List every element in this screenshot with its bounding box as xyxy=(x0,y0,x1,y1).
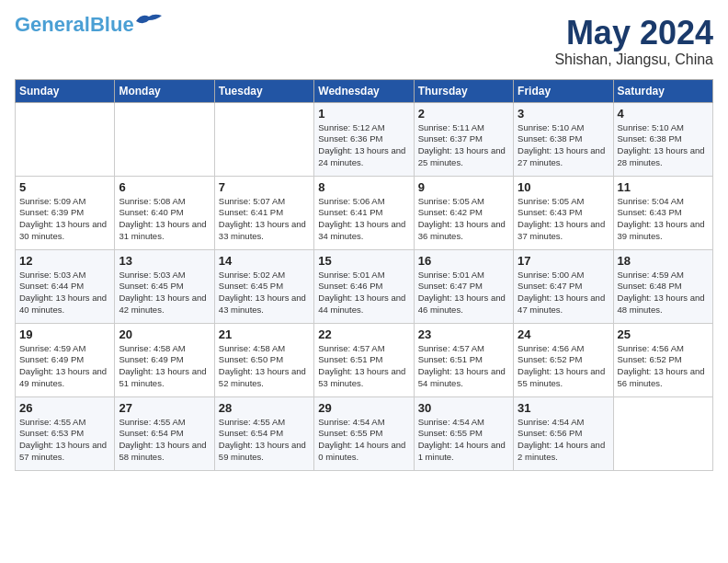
calendar-table: SundayMondayTuesdayWednesdayThursdayFrid… xyxy=(15,79,713,471)
weekday-header-saturday: Saturday xyxy=(613,79,712,102)
cell-info: Sunrise: 4:54 AMSunset: 6:55 PMDaylight:… xyxy=(418,417,509,464)
calendar-cell: 19Sunrise: 4:59 AMSunset: 6:49 PMDayligh… xyxy=(16,323,115,396)
day-number: 24 xyxy=(518,327,609,341)
day-number: 22 xyxy=(318,327,409,341)
cell-info: Sunrise: 5:01 AMSunset: 6:46 PMDaylight:… xyxy=(318,270,409,316)
logo-text: GeneralBlue xyxy=(15,15,134,35)
calendar-cell: 2Sunrise: 5:11 AMSunset: 6:37 PMDaylight… xyxy=(414,102,513,176)
calendar-cell: 31Sunrise: 4:54 AMSunset: 6:56 PMDayligh… xyxy=(514,396,613,470)
cell-info: Sunrise: 4:58 AMSunset: 6:50 PMDaylight:… xyxy=(219,343,310,390)
day-number: 28 xyxy=(219,401,310,415)
cell-info: Sunrise: 4:54 AMSunset: 6:55 PMDaylight:… xyxy=(318,417,409,464)
day-number: 7 xyxy=(219,180,310,194)
day-number: 8 xyxy=(318,180,409,194)
day-number: 15 xyxy=(318,254,409,268)
calendar-cell: 24Sunrise: 4:56 AMSunset: 6:52 PMDayligh… xyxy=(514,323,613,396)
cell-info: Sunrise: 4:55 AMSunset: 6:54 PMDaylight:… xyxy=(219,417,310,464)
calendar-cell xyxy=(115,102,214,176)
calendar-cell: 25Sunrise: 4:56 AMSunset: 6:52 PMDayligh… xyxy=(613,323,712,396)
day-number: 18 xyxy=(618,254,709,268)
cell-info: Sunrise: 5:07 AMSunset: 6:41 PMDaylight:… xyxy=(219,196,310,243)
day-number: 3 xyxy=(518,107,609,121)
day-number: 9 xyxy=(418,180,509,194)
calendar-cell: 11Sunrise: 5:04 AMSunset: 6:43 PMDayligh… xyxy=(613,176,712,249)
cell-info: Sunrise: 5:08 AMSunset: 6:40 PMDaylight:… xyxy=(119,196,210,243)
logo-bird-icon xyxy=(136,13,162,29)
cell-info: Sunrise: 5:04 AMSunset: 6:43 PMDaylight:… xyxy=(618,196,709,243)
cell-info: Sunrise: 4:54 AMSunset: 6:56 PMDaylight:… xyxy=(518,417,609,464)
cell-info: Sunrise: 5:00 AMSunset: 6:47 PMDaylight:… xyxy=(518,270,609,316)
weekday-header-friday: Friday xyxy=(514,79,613,102)
day-number: 1 xyxy=(318,107,409,121)
cell-info: Sunrise: 4:59 AMSunset: 6:48 PMDaylight:… xyxy=(618,270,709,316)
calendar-cell: 15Sunrise: 5:01 AMSunset: 6:46 PMDayligh… xyxy=(314,249,414,323)
day-number: 31 xyxy=(518,401,609,415)
calendar-cell xyxy=(613,396,712,470)
cell-info: Sunrise: 5:12 AMSunset: 6:36 PMDaylight:… xyxy=(318,122,409,169)
day-number: 11 xyxy=(618,180,709,194)
calendar-cell: 16Sunrise: 5:01 AMSunset: 6:47 PMDayligh… xyxy=(414,249,513,323)
calendar-cell: 23Sunrise: 4:57 AMSunset: 6:51 PMDayligh… xyxy=(414,323,513,396)
cell-info: Sunrise: 4:55 AMSunset: 6:53 PMDaylight:… xyxy=(19,417,110,464)
cell-info: Sunrise: 4:55 AMSunset: 6:54 PMDaylight:… xyxy=(119,417,210,464)
location: Shishan, Jiangsu, China xyxy=(554,52,713,68)
day-number: 4 xyxy=(618,107,709,121)
cell-info: Sunrise: 5:05 AMSunset: 6:43 PMDaylight:… xyxy=(518,196,609,243)
weekday-header-sunday: Sunday xyxy=(16,79,115,102)
calendar-cell: 14Sunrise: 5:02 AMSunset: 6:45 PMDayligh… xyxy=(214,249,313,323)
title-block: May 2024 Shishan, Jiangsu, China xyxy=(554,15,713,68)
cell-info: Sunrise: 5:06 AMSunset: 6:41 PMDaylight:… xyxy=(318,196,409,243)
calendar-cell xyxy=(16,102,115,176)
day-number: 29 xyxy=(318,401,409,415)
cell-info: Sunrise: 5:03 AMSunset: 6:45 PMDaylight:… xyxy=(119,270,210,316)
calendar-cell: 7Sunrise: 5:07 AMSunset: 6:41 PMDaylight… xyxy=(214,176,313,249)
day-number: 2 xyxy=(418,107,509,121)
calendar-cell: 4Sunrise: 5:10 AMSunset: 6:38 PMDaylight… xyxy=(613,102,712,176)
day-number: 26 xyxy=(19,401,110,415)
weekday-header-wednesday: Wednesday xyxy=(314,79,414,102)
cell-info: Sunrise: 5:03 AMSunset: 6:44 PMDaylight:… xyxy=(19,270,110,316)
cell-info: Sunrise: 4:57 AMSunset: 6:51 PMDaylight:… xyxy=(418,343,509,390)
day-number: 21 xyxy=(219,327,310,341)
calendar-cell: 9Sunrise: 5:05 AMSunset: 6:42 PMDaylight… xyxy=(414,176,513,249)
day-number: 12 xyxy=(19,254,110,268)
calendar-cell: 22Sunrise: 4:57 AMSunset: 6:51 PMDayligh… xyxy=(314,323,414,396)
day-number: 25 xyxy=(618,327,709,341)
calendar-cell: 6Sunrise: 5:08 AMSunset: 6:40 PMDaylight… xyxy=(115,176,214,249)
cell-info: Sunrise: 5:09 AMSunset: 6:39 PMDaylight:… xyxy=(19,196,110,243)
page-header: GeneralBlue May 2024 Shishan, Jiangsu, C… xyxy=(15,15,713,68)
calendar-cell: 30Sunrise: 4:54 AMSunset: 6:55 PMDayligh… xyxy=(414,396,513,470)
cell-info: Sunrise: 4:59 AMSunset: 6:49 PMDaylight:… xyxy=(19,343,110,390)
calendar-cell: 27Sunrise: 4:55 AMSunset: 6:54 PMDayligh… xyxy=(115,396,214,470)
day-number: 14 xyxy=(219,254,310,268)
calendar-cell: 3Sunrise: 5:10 AMSunset: 6:38 PMDaylight… xyxy=(514,102,613,176)
cell-info: Sunrise: 5:10 AMSunset: 6:38 PMDaylight:… xyxy=(618,122,709,169)
day-number: 23 xyxy=(418,327,509,341)
cell-info: Sunrise: 5:05 AMSunset: 6:42 PMDaylight:… xyxy=(418,196,509,243)
day-number: 20 xyxy=(119,327,210,341)
day-number: 13 xyxy=(119,254,210,268)
cell-info: Sunrise: 4:58 AMSunset: 6:49 PMDaylight:… xyxy=(119,343,210,390)
calendar-cell: 29Sunrise: 4:54 AMSunset: 6:55 PMDayligh… xyxy=(314,396,414,470)
cell-info: Sunrise: 4:56 AMSunset: 6:52 PMDaylight:… xyxy=(618,343,709,390)
calendar-cell: 13Sunrise: 5:03 AMSunset: 6:45 PMDayligh… xyxy=(115,249,214,323)
calendar-cell: 26Sunrise: 4:55 AMSunset: 6:53 PMDayligh… xyxy=(16,396,115,470)
day-number: 5 xyxy=(19,180,110,194)
cell-info: Sunrise: 5:02 AMSunset: 6:45 PMDaylight:… xyxy=(219,270,310,316)
weekday-header-monday: Monday xyxy=(115,79,214,102)
day-number: 17 xyxy=(518,254,609,268)
calendar-cell: 1Sunrise: 5:12 AMSunset: 6:36 PMDaylight… xyxy=(314,102,414,176)
day-number: 6 xyxy=(119,180,210,194)
logo: GeneralBlue xyxy=(15,15,162,35)
calendar-cell: 28Sunrise: 4:55 AMSunset: 6:54 PMDayligh… xyxy=(214,396,313,470)
calendar-cell: 8Sunrise: 5:06 AMSunset: 6:41 PMDaylight… xyxy=(314,176,414,249)
cell-info: Sunrise: 5:10 AMSunset: 6:38 PMDaylight:… xyxy=(518,122,609,169)
month-title: May 2024 xyxy=(554,15,713,52)
calendar-cell: 5Sunrise: 5:09 AMSunset: 6:39 PMDaylight… xyxy=(16,176,115,249)
cell-info: Sunrise: 5:11 AMSunset: 6:37 PMDaylight:… xyxy=(418,122,509,169)
calendar-cell: 17Sunrise: 5:00 AMSunset: 6:47 PMDayligh… xyxy=(514,249,613,323)
calendar-cell: 20Sunrise: 4:58 AMSunset: 6:49 PMDayligh… xyxy=(115,323,214,396)
day-number: 27 xyxy=(119,401,210,415)
calendar-cell: 21Sunrise: 4:58 AMSunset: 6:50 PMDayligh… xyxy=(214,323,313,396)
day-number: 30 xyxy=(418,401,509,415)
